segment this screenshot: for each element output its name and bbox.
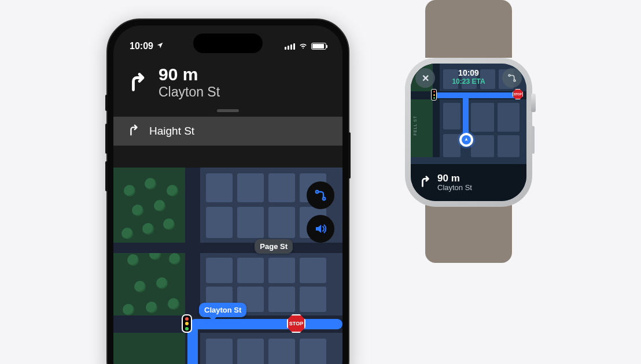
- location-arrow-icon: [463, 137, 469, 143]
- watch-eta: 10:23 ETA: [411, 77, 526, 86]
- battery-icon: [311, 43, 326, 50]
- map-canvas[interactable]: Page St Clayton St STOP: [113, 168, 342, 364]
- nav-distance: 90 m: [159, 66, 220, 83]
- phone-screen: 10:09 90 m Clayton St: [113, 25, 342, 364]
- volume-down[interactable]: [105, 161, 108, 191]
- watch-band: [425, 205, 512, 263]
- cellular-icon: [285, 43, 295, 50]
- nav-instruction-secondary[interactable]: Haight St: [113, 117, 342, 146]
- watch-nav-distance: 90 m: [437, 173, 472, 184]
- watch-time: 10:09: [411, 68, 526, 77]
- watch-band: [425, 0, 512, 58]
- dynamic-island: [193, 34, 263, 53]
- side-button[interactable]: [348, 132, 351, 179]
- map-label-clayton-st: Clayton St: [199, 303, 246, 317]
- watch-nav-street: Clayton St: [437, 183, 472, 192]
- status-time: 10:09: [130, 41, 153, 51]
- watch-case: ✕ 10:09 10:23 ETA: [405, 58, 532, 207]
- sheet-grabber[interactable]: [217, 109, 239, 112]
- traffic-light-icon: [182, 314, 192, 333]
- turn-right-icon: [419, 175, 432, 190]
- wifi-icon: [299, 40, 308, 52]
- apple-watch-device: ✕ 10:09 10:23 ETA: [405, 23, 532, 240]
- turn-right-icon: [127, 72, 148, 95]
- stop-sign-icon: STOP: [513, 89, 523, 99]
- map-label-page-st: Page St: [255, 239, 293, 254]
- watch-screen: ✕ 10:09 10:23 ETA: [411, 64, 526, 201]
- nav-instruction-primary[interactable]: 90 m Clayton St: [113, 57, 342, 108]
- audio-button[interactable]: [307, 215, 334, 243]
- volume-up[interactable]: [105, 124, 108, 154]
- mute-switch[interactable]: [105, 95, 108, 111]
- route-overview-button[interactable]: [307, 181, 334, 209]
- map-park-area: [113, 168, 189, 364]
- turn-right-icon: [127, 124, 140, 139]
- digital-crown[interactable]: [531, 94, 536, 112]
- watch-nav-instruction[interactable]: 90 m Clayton St: [411, 164, 526, 201]
- watch-side-button[interactable]: [532, 126, 535, 154]
- route-segment: [435, 92, 521, 98]
- current-location-marker: [459, 133, 473, 147]
- traffic-light-icon: [431, 89, 437, 101]
- map-label-fell-st: FELL ST: [413, 116, 417, 135]
- nav-street-next: Haight St: [149, 125, 194, 138]
- iphone-device: 10:09 90 m Clayton St: [106, 18, 349, 364]
- location-arrow-icon: [156, 41, 164, 51]
- nav-street: Clayton St: [159, 84, 220, 100]
